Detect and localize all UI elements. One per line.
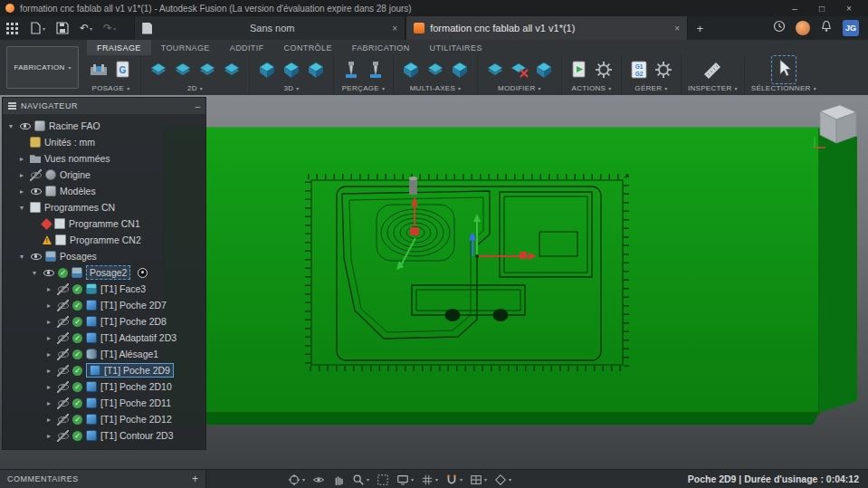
3d-parallel-icon[interactable] [305, 59, 327, 81]
grid-icon[interactable]: ▾ [421, 474, 438, 486]
delete-toolpath-icon[interactable] [509, 59, 530, 81]
chevron-collapsed-icon[interactable]: ▸ [44, 301, 53, 310]
chevron-collapsed-icon[interactable]: ▸ [44, 318, 53, 326]
maximize-button[interactable]: □ [808, 0, 835, 16]
3d-adaptive-icon[interactable] [256, 59, 278, 81]
tree-item-programme-cn1[interactable]: Programme CN1 [3, 215, 205, 232]
group-modifier-menu[interactable]: MODIFIER▾ [498, 84, 541, 92]
visibility-eye-off-icon[interactable] [30, 169, 42, 181]
2d-pocket-icon[interactable] [172, 59, 194, 81]
tab-fraisage[interactable]: FRAISAGE [87, 40, 151, 55]
tree-item-poche-2d8[interactable]: ▸ [T1] Poche 2D8 [3, 313, 205, 330]
close-tab-icon[interactable]: × [392, 24, 397, 33]
display-settings-icon[interactable]: ▾ [396, 474, 414, 486]
tree-item-contour-2d3[interactable]: ▸ [T1] Contour 2D3 [3, 427, 205, 444]
chevron-collapsed-icon[interactable]: ▸ [44, 416, 53, 424]
account-initials-badge[interactable]: JG [843, 20, 859, 36]
bore-icon[interactable] [365, 59, 386, 81]
tree-item-alesage1[interactable]: ▸ [T1] Alésage1 [3, 346, 205, 362]
tree-item-modeles[interactable]: ▸ Modèles [3, 183, 205, 199]
tree-item-face3[interactable]: ▸ [T1] Face3 [3, 281, 205, 297]
group-selectionner-menu[interactable]: SÉLECTIONNER▾ [751, 84, 816, 92]
2d-contour-icon[interactable] [196, 59, 218, 81]
workspace-switcher-button[interactable]: FABRICATION ▾ [6, 46, 79, 89]
document-tab-sans-nom[interactable]: Sans nom × [134, 16, 405, 40]
save-icon[interactable] [51, 16, 74, 40]
gcode-editor-icon[interactable] [628, 59, 650, 81]
tree-item-poche-2d9[interactable]: ▸ [T1] Poche 2D9 [3, 362, 205, 378]
chevron-collapsed-icon[interactable]: ▸ [17, 187, 26, 196]
tree-item-racine-fao[interactable]: ▾ Racine FAO [3, 118, 205, 134]
tree-item-posage2[interactable]: ▾ Posage2 [3, 264, 205, 281]
simulate-icon[interactable] [568, 59, 590, 81]
look-at-icon[interactable] [312, 474, 325, 486]
view-cube[interactable] [809, 100, 862, 153]
tree-item-adaptatif-2d3[interactable]: ▸ [T1] Adaptatif 2D3 [3, 330, 205, 346]
active-setup-target-icon[interactable] [138, 268, 148, 278]
zoom-icon[interactable]: ▾ [352, 474, 369, 486]
tab-utilitaires[interactable]: UTILITAIRES [420, 40, 492, 55]
visibility-eye-off-icon[interactable] [57, 381, 69, 393]
fit-view-icon[interactable] [377, 474, 389, 486]
group-inspecter-menu[interactable]: INSPECTER▾ [688, 84, 738, 92]
tree-item-vues-nommees[interactable]: ▸ Vues nommées [3, 150, 205, 167]
tool-library-icon[interactable] [653, 59, 674, 81]
tree-item-poche-2d10[interactable]: ▸ [T1] Poche 2D10 [3, 378, 205, 395]
tab-controle[interactable]: CONTRÔLE [274, 40, 342, 55]
close-button[interactable]: × [835, 0, 863, 16]
tree-item-poche-2d7[interactable]: ▸ [T1] Poche 2D7 [3, 297, 205, 313]
visibility-eye-off-icon[interactable] [57, 365, 69, 377]
trim-icon[interactable] [484, 59, 506, 81]
document-tab-formation-cnc[interactable]: formation cnc fablab all v1 v1*(1) × [405, 16, 688, 40]
group-actions-menu[interactable]: ACTIONS▾ [572, 84, 612, 92]
select-cursor-icon[interactable] [773, 57, 795, 79]
tree-item-poche-2d11[interactable]: ▸ [T1] Poche 2D11 [3, 395, 205, 411]
3d-pocket-icon[interactable] [281, 59, 302, 81]
chevron-expanded-icon[interactable]: ▾ [6, 122, 15, 130]
visibility-eye-off-icon[interactable] [57, 332, 69, 344]
tab-tournage[interactable]: TOURNAGE [151, 40, 220, 55]
measure-icon[interactable] [701, 59, 723, 81]
drill-icon[interactable] [340, 59, 362, 81]
job-status-icon[interactable] [773, 20, 786, 36]
new-tab-button[interactable]: + [688, 22, 711, 35]
user-avatar[interactable] [796, 21, 810, 35]
group-multi-axes-menu[interactable]: MULTI-AXES▾ [410, 84, 462, 92]
chevron-collapsed-icon[interactable]: ▸ [44, 399, 53, 407]
chevron-expanded-icon[interactable]: ▾ [30, 269, 39, 277]
file-menu-icon[interactable]: ▾ [24, 16, 51, 40]
visual-style-icon[interactable]: ▾ [494, 474, 511, 486]
visibility-eye-icon[interactable] [19, 120, 31, 132]
group-percage-menu[interactable]: PERÇAGE▾ [342, 84, 386, 92]
chevron-collapsed-icon[interactable]: ▸ [17, 155, 26, 163]
collapse-panel-icon[interactable]: – [195, 101, 200, 111]
swarf-icon[interactable] [400, 59, 422, 81]
redo-icon[interactable]: ↷ ▾ [98, 16, 121, 40]
visibility-eye-icon[interactable] [30, 186, 42, 197]
viewport-canvas[interactable]: NAVIGATEUR – ▾ Racine FAO Unités : mm ▸ [0, 95, 868, 469]
add-comment-icon[interactable]: + [192, 473, 198, 485]
group-posage-menu[interactable]: POSAGE▾ [92, 84, 130, 92]
tab-additif[interactable]: ADDITIF [220, 40, 274, 55]
pan-icon[interactable] [332, 474, 345, 486]
tree-item-unites[interactable]: Unités : mm [3, 134, 205, 150]
visibility-eye-icon[interactable] [30, 251, 42, 263]
2d-face-icon[interactable] [148, 59, 169, 81]
tree-item-posages[interactable]: ▾ Posages [3, 248, 205, 264]
edit-toolpath-icon[interactable] [533, 59, 555, 81]
chevron-collapsed-icon[interactable]: ▸ [44, 367, 53, 375]
chevron-collapsed-icon[interactable]: ▸ [17, 171, 26, 179]
orbit-icon[interactable]: ▾ [288, 474, 305, 486]
tree-item-origine[interactable]: ▸ Origine [3, 167, 205, 183]
close-tab-icon[interactable]: × [674, 24, 680, 33]
visibility-eye-off-icon[interactable] [57, 283, 69, 295]
visibility-eye-off-icon[interactable] [57, 430, 69, 442]
viewports-icon[interactable]: ▾ [470, 474, 487, 486]
chevron-collapsed-icon[interactable]: ▸ [44, 350, 53, 359]
setup-gcode-icon[interactable] [112, 59, 134, 81]
visibility-eye-off-icon[interactable] [57, 414, 69, 426]
post-process-icon[interactable] [593, 59, 615, 81]
notification-bell-icon[interactable] [820, 20, 833, 36]
visibility-eye-icon[interactable] [43, 267, 54, 279]
tree-item-poche-2d12[interactable]: ▸ [T1] Poche 2D12 [3, 411, 205, 427]
